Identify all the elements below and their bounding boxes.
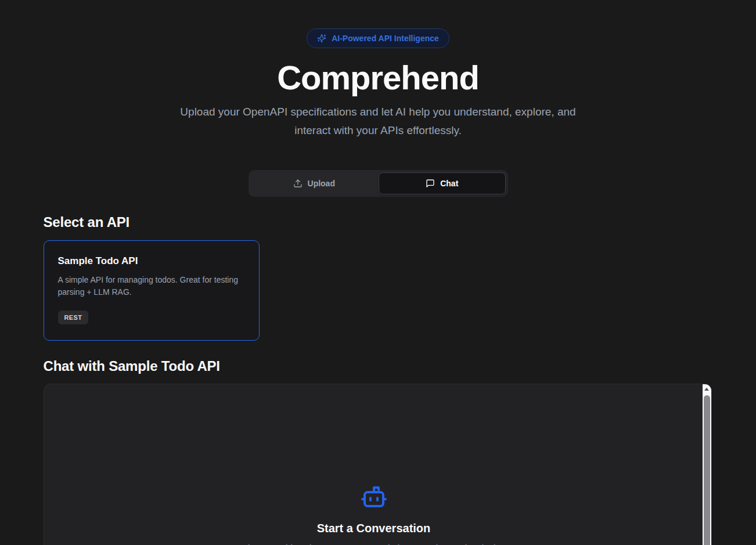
chat-bubble-icon [426, 179, 435, 188]
tab-chat[interactable]: Chat [379, 172, 506, 194]
api-card-sample-todo[interactable]: Sample Todo API A simple API for managin… [44, 240, 260, 341]
page-title: Comprehend [44, 57, 713, 98]
chat-heading: Chat with Sample Todo API [44, 358, 713, 374]
empty-state-subtitle: Ask me anything about your API. I can he… [44, 543, 704, 545]
chat-section: Chat with Sample Todo API Start a Conver… [44, 358, 713, 545]
mode-tabs: Upload Chat [249, 170, 508, 197]
empty-state-title: Start a Conversation [44, 522, 704, 535]
api-type-badge: REST [58, 311, 89, 324]
tab-upload[interactable]: Upload [251, 172, 378, 194]
scrollbar-thumb[interactable] [704, 395, 710, 545]
chat-scrollbar[interactable] [703, 384, 711, 545]
hero-section: AI-Powered API Intelligence Comprehend U… [44, 0, 713, 140]
api-card-title: Sample Todo API [58, 255, 245, 267]
bot-icon [360, 483, 388, 513]
ai-powered-badge-label: AI-Powered API Intelligence [332, 34, 439, 43]
chat-messages-panel: Start a Conversation Ask me anything abo… [44, 384, 712, 545]
scrollbar-up-arrow-icon[interactable] [703, 384, 711, 394]
ai-powered-badge: AI-Powered API Intelligence [307, 28, 449, 48]
sparkles-icon [317, 34, 326, 43]
api-card-description: A simple API for managing todos. Great f… [58, 274, 245, 298]
tab-upload-label: Upload [308, 179, 335, 188]
select-api-section: Select an API Sample Todo API A simple A… [44, 214, 713, 341]
tab-chat-label: Chat [440, 179, 458, 188]
upload-icon [293, 179, 303, 188]
select-api-heading: Select an API [44, 214, 713, 230]
page-subtitle: Upload your OpenAPI specifications and l… [163, 103, 593, 140]
main-page: AI-Powered API Intelligence Comprehend U… [44, 0, 713, 545]
chat-empty-state: Start a Conversation Ask me anything abo… [44, 483, 704, 545]
